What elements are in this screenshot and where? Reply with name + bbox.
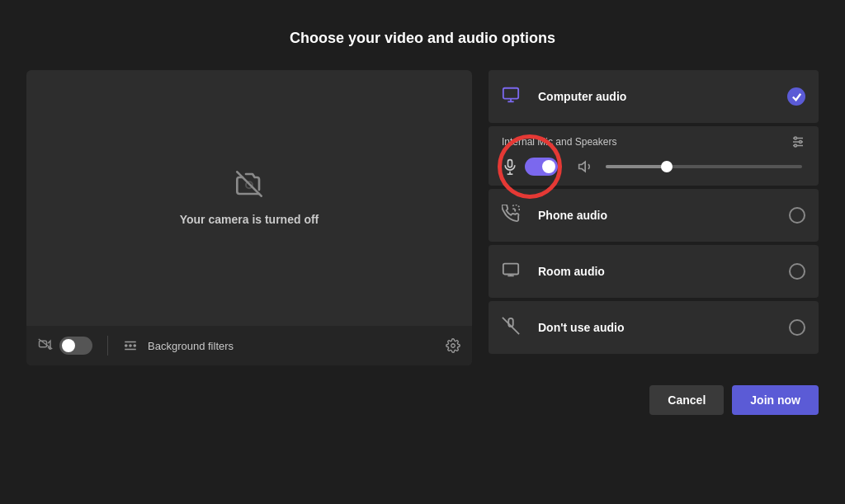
no-audio-radio — [789, 319, 805, 336]
room-audio-icon — [502, 261, 528, 283]
svg-point-6 — [134, 345, 135, 346]
camera-controls: Background filters — [26, 326, 472, 365]
room-audio-label: Room audio — [538, 265, 605, 278]
computer-audio-option[interactable]: Computer audio — [489, 70, 819, 123]
device-label: Internal Mic and Speakers — [502, 136, 784, 148]
phone-audio-content: Phone audio — [538, 208, 789, 223]
svg-marker-20 — [579, 162, 586, 172]
svg-line-25 — [503, 317, 519, 333]
no-audio-label: Don't use audio — [538, 321, 624, 334]
page-title: Choose your video and audio options — [290, 30, 555, 47]
settings-icon[interactable] — [446, 338, 460, 353]
no-audio-option[interactable]: Don't use audio — [489, 301, 819, 354]
computer-audio-checkmark — [787, 87, 805, 106]
mic-volume-row — [502, 158, 805, 176]
volume-slider-thumb[interactable] — [661, 161, 673, 172]
camera-preview: Your camera is turned off — [26, 70, 472, 326]
phone-audio-icon — [502, 205, 528, 227]
svg-point-14 — [795, 137, 797, 139]
main-content: Your camera is turned off — [26, 70, 819, 365]
computer-audio-icon — [502, 86, 528, 108]
footer-buttons: Cancel Join now — [26, 385, 819, 415]
svg-rect-8 — [503, 87, 518, 98]
audio-panel: Computer audio Internal Mic and Speakers — [489, 70, 819, 354]
mic-highlight-wrapper — [502, 158, 558, 176]
device-row: Internal Mic and Speakers — [502, 134, 805, 149]
svg-rect-21 — [503, 263, 518, 274]
svg-point-4 — [125, 345, 127, 346]
camera-toggle[interactable] — [59, 337, 92, 355]
microphone-icon — [502, 158, 518, 175]
camera-off-icon — [236, 171, 262, 203]
phone-audio-radio — [789, 207, 805, 224]
room-audio-content: Room audio — [538, 264, 789, 279]
volume-icon — [578, 158, 594, 175]
volume-slider[interactable] — [606, 165, 802, 168]
divider — [107, 336, 108, 356]
svg-point-5 — [130, 345, 131, 346]
camera-off-text: Your camera is turned off — [180, 213, 319, 226]
mic-toggle[interactable] — [525, 158, 558, 176]
svg-rect-17 — [508, 160, 512, 167]
background-filter-label: Background filters — [148, 340, 436, 352]
join-now-button[interactable]: Join now — [732, 385, 819, 415]
computer-audio-content: Computer audio — [538, 89, 787, 104]
device-section: Internal Mic and Speakers — [489, 126, 819, 186]
device-settings-icon[interactable] — [791, 134, 805, 149]
svg-point-15 — [800, 141, 802, 144]
background-filter-icon — [123, 338, 138, 353]
no-audio-content: Don't use audio — [538, 320, 789, 335]
svg-point-7 — [451, 344, 456, 348]
computer-audio-label: Computer audio — [538, 90, 626, 103]
room-audio-option[interactable]: Room audio — [489, 245, 819, 298]
camera-panel: Your camera is turned off — [26, 70, 472, 365]
phone-audio-label: Phone audio — [538, 209, 607, 222]
cancel-button[interactable]: Cancel — [649, 385, 724, 415]
room-audio-radio — [789, 263, 805, 280]
camera-toggle-icon — [38, 338, 53, 353]
volume-slider-fill — [606, 165, 664, 168]
camera-toggle-area — [38, 337, 92, 355]
svg-point-16 — [795, 144, 797, 147]
svg-line-0 — [237, 172, 261, 195]
no-audio-icon — [502, 317, 528, 339]
phone-audio-option[interactable]: Phone audio — [489, 189, 819, 242]
